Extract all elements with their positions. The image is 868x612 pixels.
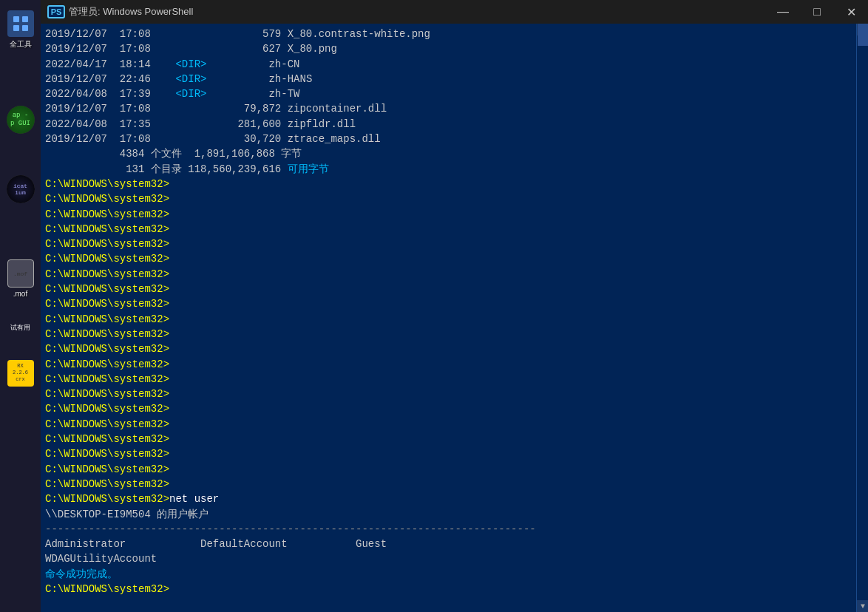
title-bar-text: 管理员: Windows PowerShell (69, 5, 859, 18)
console-line-16: C:\WINDOWS\system32> (45, 251, 864, 266)
console-line-10: 131 个目录 118,560,239,616 可用字节 (45, 162, 864, 177)
sidebar-item-map[interactable]: ap -p GUI (2, 103, 39, 137)
console-line-34: \\DESKTOP-EI9M504 的用户帐户 (45, 507, 864, 522)
console-line-7: 2022/04/08 17:35 281,600 zipfldr.dll (45, 117, 864, 132)
console-line-6: 2019/12/07 17:08 79,872 zipcontainer.dll (45, 101, 864, 116)
console-line-1: 2019/12/07 17:08 579 X_80.contrast-white… (45, 27, 864, 41)
scrollbar-arrow-down[interactable]: ▼ (857, 600, 868, 612)
sidebar-item-file[interactable]: .mof .mof (2, 256, 39, 301)
close-button[interactable]: ✕ (834, 0, 868, 24)
sidebar-item-tools[interactable]: 全工具 (2, 7, 39, 52)
console-line-8: 2019/12/07 17:08 30,720 ztrace_maps.dll (45, 132, 864, 146)
console-line-23: C:\WINDOWS\system32> (45, 357, 864, 372)
sidebar-item-rx[interactable]: RX2.2.6crx (2, 357, 39, 390)
console-line-41: C:\WINDOWS\system32> (45, 582, 864, 596)
console-line-26: C:\WINDOWS\system32> (45, 401, 864, 416)
console-line-11: C:\WINDOWS\system32> (45, 177, 864, 191)
scrollbar[interactable]: ▲ ▼ (856, 24, 868, 612)
svg-rect-1 (22, 16, 28, 22)
sidebar-item-tools-label: 全工具 (10, 39, 32, 50)
powershell-window: PS 管理员: Windows PowerShell — □ ✕ 2019/12… (41, 0, 868, 612)
console-line-25: C:\WINDOWS\system32> (45, 387, 864, 401)
console-line-9: 4384 个文件 1,891,106,868 字节 (45, 146, 864, 161)
console-line-17: C:\WINDOWS\system32> (45, 267, 864, 282)
console-line-37: Administrator DefaultAccount Guest (45, 537, 864, 551)
svg-rect-3 (22, 25, 28, 31)
console-line-18: C:\WINDOWS\system32> (45, 282, 864, 296)
console-line-3: 2022/04/17 18:14 <DIR> zh-CN (45, 57, 864, 72)
console-line-39: 命令成功完成。 (45, 567, 864, 582)
console-line-2: 2019/12/07 17:08 627 X_80.png (45, 41, 864, 56)
console-line-36: ----------------------------------------… (45, 522, 864, 537)
sidebar-item-test-label: 试有用 (10, 324, 30, 333)
minimize-button[interactable]: — (766, 0, 800, 24)
sidebar-item-icat[interactable]: icatium (2, 172, 39, 206)
title-bar-controls: — □ ✕ (766, 0, 868, 24)
console-line-38: WDAGUtilityAccount (45, 551, 864, 566)
svg-rect-2 (13, 25, 19, 31)
console-line-15: C:\WINDOWS\system32> (45, 237, 864, 251)
console-line-5: 2022/04/08 17:39 <DIR> zh-TW (45, 86, 864, 101)
console-body[interactable]: 2019/12/07 17:08 579 X_80.contrast-white… (41, 24, 868, 612)
console-line-29: C:\WINDOWS\system32> (45, 446, 864, 461)
console-line-20: C:\WINDOWS\system32> (45, 312, 864, 327)
console-line-14: C:\WINDOWS\system32> (45, 222, 864, 237)
console-line-12: C:\WINDOWS\system32> (45, 191, 864, 206)
title-bar: PS 管理员: Windows PowerShell — □ ✕ (41, 0, 868, 24)
console-line-19: C:\WINDOWS\system32> (45, 296, 864, 311)
sidebar-item-rx-label: RX2.2.6crx (13, 363, 28, 383)
svg-rect-0 (13, 16, 19, 22)
scrollbar-thumb[interactable] (858, 24, 868, 46)
console-line-30: C:\WINDOWS\system32> (45, 462, 864, 477)
console-line-32: C:\WINDOWS\system32>net user (45, 492, 864, 506)
console-line-31: C:\WINDOWS\system32> (45, 477, 864, 492)
sidebar-item-file-label: .mof (13, 290, 27, 298)
console-line-28: C:\WINDOWS\system32> (45, 432, 864, 446)
powershell-icon: PS (50, 5, 63, 18)
console-line-24: C:\WINDOWS\system32> (45, 372, 864, 387)
console-line-22: C:\WINDOWS\system32> (45, 341, 864, 356)
console-output: 2019/12/07 17:08 579 X_80.contrast-white… (45, 27, 864, 609)
maximize-button[interactable]: □ (800, 0, 834, 24)
console-line-13: C:\WINDOWS\system32> (45, 207, 864, 222)
sidebar-item-test[interactable]: 试有用 (2, 322, 39, 336)
console-line-21: C:\WINDOWS\system32> (45, 327, 864, 341)
console-line-4: 2019/12/07 22:46 <DIR> zh-HANS (45, 72, 864, 86)
desktop-sidebar: 全工具 ap -p GUI icatium .mof .mof 试有用 RX2.… (0, 0, 41, 612)
console-line-27: C:\WINDOWS\system32> (45, 417, 864, 432)
